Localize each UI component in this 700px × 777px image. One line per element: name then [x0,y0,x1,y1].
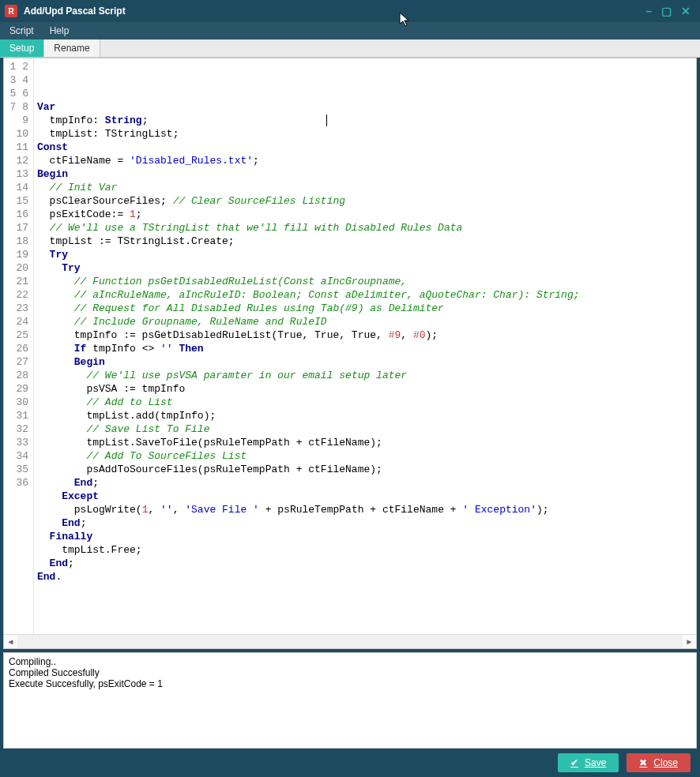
save-button[interactable]: ✔ Save [558,753,619,772]
menu-item-script[interactable]: Script [5,24,39,38]
code-line: tmpList.Free; [37,543,693,557]
tab-rename[interactable]: Rename [44,39,100,57]
window-title: Add/Upd Pascal Script [24,6,126,17]
window: R Add/Upd Pascal Script – ▢ ✕ Script Hel… [0,0,700,777]
code-line: ctFileName = 'Disabled_Rules.txt'; [37,154,693,167]
code-line: // We'll use a TStringList that we'll fi… [37,221,693,235]
code-line: // Init Var [37,181,693,194]
tab-setup[interactable]: Setup [0,39,44,57]
code-line: tmpInfo: String; [37,114,693,127]
minimize-icon[interactable]: – [645,6,652,17]
check-icon: ✔ [570,757,578,768]
code-line: psClearSourceFiles; // Clear SourceFiles… [37,194,693,208]
scroll-left-icon[interactable]: ◄ [4,635,17,648]
code-line: psLogWrite(1, '', 'Save File ' + psRuleT… [37,503,693,516]
code-line: // Include Groupname, RuleName and RuleI… [37,315,693,328]
code-line: tmpList.SaveToFile(psRuleTempPath + ctFi… [37,436,693,449]
output-panel[interactable]: Compiling.. Compiled Succesfully Execute… [3,652,697,749]
code-line: Try [37,248,693,261]
scroll-right-icon[interactable]: ► [683,635,696,648]
code-line: End. [37,570,693,584]
code-line: // Save List To File [37,422,693,436]
code-line: Begin [37,355,693,369]
code-line: // aIncRuleName, aIncRuleID: Boolean; Co… [37,288,693,302]
code-line: // Request for All Disabled Rules using … [37,302,693,315]
code-line: Const [37,141,693,154]
x-icon: ✖ [639,757,647,768]
code-line: tmpList.add(tmpInfo); [37,409,693,422]
maximize-icon[interactable]: ▢ [661,6,672,17]
app-icon-label: R [8,7,13,16]
menu-item-help[interactable]: Help [45,24,74,38]
close-button[interactable]: ✖ Close [627,753,691,772]
code-line: End; [37,557,693,570]
code-line: Begin [37,167,693,181]
scroll-track[interactable] [17,635,683,648]
code-line: // We'll use psVSA paramter in our email… [37,369,693,382]
code-line: Try [37,261,693,275]
editor-panel: 1 2 3 4 5 6 7 8 9 10 11 12 13 14 15 16 1… [3,58,697,649]
close-icon[interactable]: ✕ [681,6,691,17]
code-line: // Add To SourceFiles List [37,449,693,463]
line-number-gutter: 1 2 3 4 5 6 7 8 9 10 11 12 13 14 15 16 1… [4,58,34,634]
code-line: // Function psGetDisabledRuleList(Const … [37,275,693,288]
code-line: // Add to List [37,396,693,409]
code-line: psAddToSourceFiles(psRuleTempPath + ctFi… [37,463,693,476]
horizontal-scrollbar[interactable]: ◄ ► [4,634,696,648]
save-button-label: Save [585,757,606,768]
code-line: tmpInfo := psGetDisabledRuleList(True, T… [37,328,693,342]
code-line: If tmpInfo <> '' Then [37,342,693,355]
window-controls: – ▢ ✕ [645,6,695,17]
code-line: End; [37,476,693,490]
code-line: Var [37,100,693,114]
footer-bar: ✔ Save ✖ Close [0,749,700,777]
code-line: Except [37,490,693,503]
close-button-label: Close [653,757,678,768]
code-line: End; [37,516,693,530]
code-line: Finally [37,530,693,543]
code-line: psVSA := tmpInfo [37,382,693,396]
menu-bar: Script Help [0,22,700,39]
app-icon: R [5,5,17,17]
code-line: tmpList := TStringList.Create; [37,235,693,248]
text-caret [326,114,327,126]
code-editor[interactable]: Var tmpInfo: String; tmpList: TStringLis… [34,58,696,634]
code-line: tmpList: TStringList; [37,127,693,141]
tab-bar: Setup Rename [0,39,700,58]
code-line: psExitCode:= 1; [37,208,693,221]
title-bar: R Add/Upd Pascal Script – ▢ ✕ [0,0,700,22]
editor-wrap: 1 2 3 4 5 6 7 8 9 10 11 12 13 14 15 16 1… [4,58,696,634]
